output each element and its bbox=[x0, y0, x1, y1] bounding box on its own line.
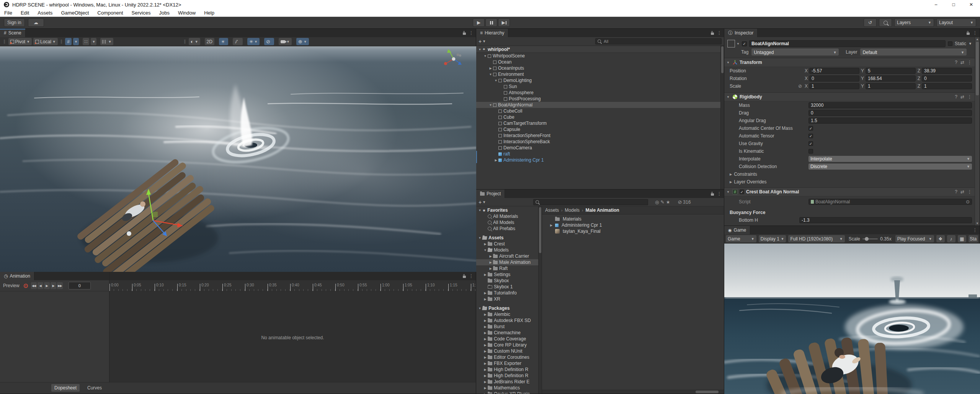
breadcrumb-item[interactable]: Assets bbox=[545, 208, 559, 213]
layout-dropdown[interactable]: Layout▼ bbox=[936, 18, 976, 27]
project-tree-row[interactable]: ▼ Packages bbox=[476, 305, 542, 311]
hierarchy-row[interactable]: Cube bbox=[476, 114, 724, 120]
drag-handle-icon[interactable]: ∥ bbox=[3, 39, 6, 44]
kebab-menu-icon[interactable]: ⋮ bbox=[973, 30, 977, 36]
project-tree-row[interactable]: ▼ Favorites bbox=[476, 207, 542, 213]
step-button[interactable]: ▶ bbox=[498, 18, 510, 27]
rigidbody-header[interactable]: ▼ Rigidbody ? ⇄ ⋮ bbox=[724, 92, 980, 101]
expand-arrow[interactable]: ▶ bbox=[488, 255, 493, 258]
2d-toggle[interactable]: 2D bbox=[205, 38, 214, 45]
project-tree-row[interactable]: ▶ Cinemachine bbox=[476, 330, 542, 336]
hierarchy-row[interactable]: Capsule bbox=[476, 126, 724, 132]
tab-scene[interactable]: # Scene bbox=[0, 29, 26, 37]
menu-item[interactable]: Services bbox=[127, 9, 155, 17]
project-tree-row[interactable]: ▶ Oculus XR Plugin bbox=[476, 391, 542, 394]
transport-button[interactable]: ◀ bbox=[38, 282, 43, 289]
foldout-arrow[interactable]: ▶ bbox=[730, 173, 732, 176]
hierarchy-row[interactable]: ▼ WhirlpoolScene bbox=[476, 53, 724, 59]
hierarchy-row[interactable]: raft bbox=[476, 151, 724, 157]
close-button[interactable]: ✕ bbox=[962, 0, 980, 9]
expand-arrow[interactable]: ▶ bbox=[493, 159, 498, 162]
project-tree-row[interactable]: ▶ Raft bbox=[476, 265, 542, 271]
x-field[interactable]: -5.57 bbox=[809, 68, 859, 74]
expand-arrow[interactable]: ▶ bbox=[483, 356, 488, 359]
asset-row[interactable]: Materials bbox=[542, 216, 724, 222]
project-tree-row[interactable]: All Prefabs bbox=[476, 226, 542, 232]
breadcrumb-item[interactable]: Male Animation bbox=[585, 208, 619, 213]
expand-arrow[interactable]: ▶ bbox=[483, 319, 488, 322]
expand-arrow[interactable]: ▶ bbox=[549, 224, 554, 227]
expand-arrow[interactable]: ▼ bbox=[477, 48, 482, 51]
kebab-menu-icon[interactable]: ⋮ bbox=[967, 94, 972, 100]
grid-options-dropdown[interactable]: ▼ bbox=[73, 38, 79, 45]
menu-item[interactable]: GameObject bbox=[57, 9, 93, 17]
camera-settings-dropdown[interactable]: ▼ bbox=[279, 38, 292, 45]
y-field[interactable]: 5 bbox=[866, 68, 916, 74]
lock-icon[interactable] bbox=[967, 33, 970, 35]
property-dropdown[interactable]: Interpolate▼ bbox=[808, 156, 972, 162]
maximize-button[interactable]: □ bbox=[945, 0, 962, 9]
hierarchy-row[interactable]: ▼ whirlpool* bbox=[476, 46, 724, 53]
hierarchy-row[interactable]: PostProcessing bbox=[476, 96, 724, 102]
x-field[interactable]: 1 bbox=[809, 83, 859, 89]
breadcrumb-item[interactable]: Models bbox=[565, 208, 580, 213]
expand-arrow[interactable]: ▶ bbox=[483, 242, 488, 246]
project-search-input[interactable] bbox=[541, 199, 646, 205]
expand-arrow[interactable]: ▶ bbox=[483, 273, 488, 276]
hierarchy-row[interactable]: InteractionSphereBack bbox=[476, 139, 724, 145]
hierarchy-row[interactable]: Ocean bbox=[476, 59, 724, 65]
tab-hierarchy[interactable]: ≡ Hierarchy bbox=[476, 29, 508, 37]
value-field[interactable]: 1.5 bbox=[808, 118, 972, 124]
hierarchy-search[interactable] bbox=[595, 38, 722, 44]
expand-arrow[interactable]: ▶ bbox=[483, 331, 488, 335]
display-dropdown[interactable]: Display 1▼ bbox=[759, 235, 786, 242]
lock-icon[interactable] bbox=[711, 193, 714, 196]
project-tree-row[interactable]: ▶ Burst bbox=[476, 324, 542, 330]
expand-arrow[interactable]: ▶ bbox=[483, 350, 488, 353]
drag-handle-icon[interactable]: ∥ bbox=[184, 39, 186, 44]
expand-arrow[interactable]: ▶ bbox=[483, 325, 488, 329]
presets-icon[interactable]: ⇄ bbox=[960, 189, 964, 195]
hidden-packages-toggle[interactable]: ⊘ 316 bbox=[678, 199, 691, 205]
help-icon[interactable]: ? bbox=[955, 60, 957, 65]
kebab-menu-icon[interactable]: ⋮ bbox=[717, 191, 722, 196]
menu-item[interactable]: Component bbox=[93, 9, 127, 17]
hierarchy-row[interactable]: Sun bbox=[476, 83, 724, 90]
tab-animation[interactable]: ◷ Animation bbox=[0, 272, 34, 280]
project-tree-row[interactable]: ▶ Mathematics bbox=[476, 385, 542, 391]
kebab-menu-icon[interactable]: ⋮ bbox=[717, 30, 722, 36]
expand-arrow[interactable]: ▶ bbox=[483, 313, 488, 316]
component-enabled-checkbox[interactable]: ✓ bbox=[740, 190, 744, 194]
y-field[interactable]: 1 bbox=[866, 83, 916, 89]
gizmos-dropdown[interactable]: ⊕▼ bbox=[296, 38, 309, 45]
save-search-icon[interactable]: ★ bbox=[666, 199, 670, 205]
transform-header[interactable]: ▼ Transform ? ⇄ ⋮ bbox=[724, 58, 980, 67]
expand-arrow[interactable]: ▶ bbox=[483, 392, 488, 394]
project-tree-row[interactable]: ▶ FBX Exporter bbox=[476, 360, 542, 366]
lock-icon[interactable] bbox=[463, 33, 466, 35]
transport-button[interactable]: ◀◀ bbox=[31, 282, 37, 289]
project-tree-row[interactable]: ▶ Male Animation bbox=[476, 259, 542, 265]
expand-arrow[interactable]: ▶ bbox=[483, 362, 488, 365]
scene-viewport[interactable] bbox=[0, 46, 476, 272]
audio-mute-toggle[interactable]: ♪× bbox=[233, 38, 243, 45]
z-field[interactable]: 0 bbox=[922, 75, 972, 82]
dopesheet-button[interactable]: Dopesheet bbox=[51, 384, 80, 392]
expand-arrow[interactable]: ▶ bbox=[483, 298, 488, 301]
effects-toggle[interactable]: ✳▼ bbox=[247, 38, 260, 45]
record-button[interactable] bbox=[22, 282, 30, 289]
menu-item[interactable]: Help bbox=[200, 9, 219, 17]
project-tree-row[interactable]: ▶ High Definition R bbox=[476, 373, 542, 379]
tab-game[interactable]: ◉ Game bbox=[724, 226, 750, 234]
expand-arrow[interactable]: ▼ bbox=[477, 236, 482, 240]
menu-item[interactable]: File bbox=[0, 9, 16, 17]
expand-arrow[interactable]: ▶ bbox=[483, 380, 488, 384]
hierarchy-row[interactable]: ▶ OceanInputs bbox=[476, 65, 724, 71]
project-tree-row[interactable]: ▶ TutorialInfo bbox=[476, 290, 542, 296]
snap-options-dropdown[interactable]: ▼ bbox=[91, 38, 96, 45]
hierarchy-row[interactable]: CubeColl bbox=[476, 108, 724, 114]
layer-dropdown[interactable]: Default▼ bbox=[860, 49, 967, 56]
z-field[interactable]: 1 bbox=[922, 83, 972, 89]
value-field[interactable]: -1.3 bbox=[799, 217, 972, 223]
expand-arrow[interactable]: ▶ bbox=[483, 368, 488, 371]
